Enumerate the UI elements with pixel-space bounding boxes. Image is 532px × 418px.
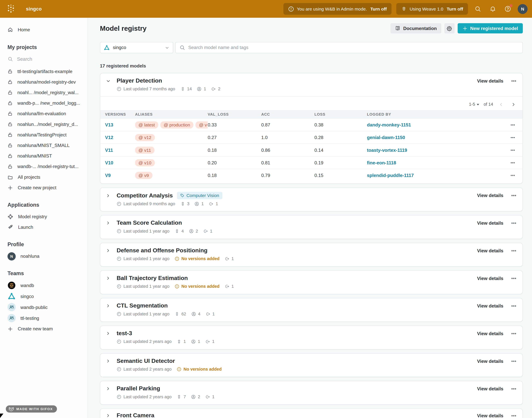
- sidebar-item-model-registry[interactable]: Model registry: [0, 211, 88, 222]
- logged-by-run-link[interactable]: toasty-vortex-1119: [367, 148, 407, 153]
- pagination-range-dropdown[interactable]: 1-5: [469, 102, 479, 107]
- overflow-menu-button[interactable]: [509, 220, 518, 226]
- version-link[interactable]: V9: [105, 173, 110, 178]
- sidebar-project-item[interactable]: wandb-p... /new_model_logg...: [0, 98, 88, 108]
- view-details-link[interactable]: View details: [477, 359, 503, 364]
- chevron-right-icon[interactable]: [106, 331, 113, 336]
- overflow-menu-button[interactable]: [509, 78, 518, 84]
- sidebar-item-all-projects[interactable]: All projects: [0, 172, 88, 182]
- admin-banner-text: You are using W&B in Admin mode.: [297, 6, 367, 12]
- logged-by-run-link[interactable]: dandy-monkey-1151: [367, 122, 411, 127]
- documentation-button[interactable]: Documentation: [390, 23, 441, 33]
- chevron-right-icon[interactable]: [106, 359, 113, 364]
- sidebar-project-item[interactable]: noahl... /model_registry_wal...: [0, 87, 88, 98]
- help-icon[interactable]: [503, 4, 513, 14]
- sidebar-project-item[interactable]: noahluna/TestingProject: [0, 129, 88, 140]
- applications-heading: Applications: [0, 202, 88, 208]
- team-selector-dropdown[interactable]: singco: [100, 42, 173, 53]
- sidebar-item-create-team[interactable]: Create new team: [0, 324, 88, 334]
- sidebar-team-item[interactable]: ttl-testing: [0, 313, 88, 324]
- model-name[interactable]: Semantic UI Detector: [117, 358, 175, 365]
- logged-by-run-link[interactable]: genial-dawn-1150: [367, 135, 405, 140]
- overflow-menu-button[interactable]: [509, 330, 518, 336]
- sidebar-team-item[interactable]: singco: [0, 291, 88, 302]
- version-link[interactable]: V10: [105, 160, 113, 165]
- sidebar-item-create-project[interactable]: Create new project: [0, 182, 88, 193]
- sidebar-project-item[interactable]: noahluna/MNIST: [0, 151, 88, 161]
- sidebar-project-item[interactable]: noahluna/MNIST_SMALL: [0, 140, 88, 151]
- overflow-menu-button[interactable]: [509, 248, 518, 254]
- admin-turn-off-link[interactable]: Turn off: [370, 6, 387, 12]
- chevron-right-icon[interactable]: [106, 303, 113, 308]
- view-details-link[interactable]: View details: [477, 413, 503, 418]
- sidebar-team-item[interactable]: wandb-public: [0, 302, 88, 313]
- view-details-link[interactable]: View details: [477, 78, 503, 83]
- all-projects-label: All projects: [18, 174, 40, 180]
- sidebar-item-home[interactable]: Home: [0, 24, 88, 35]
- column-aliases: ALIASES: [135, 112, 208, 116]
- current-team-name[interactable]: singco: [26, 6, 42, 12]
- notifications-bell-icon[interactable]: [488, 4, 498, 14]
- chevron-right-icon[interactable]: [106, 193, 113, 198]
- chevron-down-icon[interactable]: [106, 78, 113, 83]
- chevron-right-icon[interactable]: [106, 276, 113, 281]
- view-details-link[interactable]: View details: [477, 303, 503, 308]
- rocket-icon: [7, 224, 13, 230]
- overflow-menu-button[interactable]: [509, 413, 518, 418]
- sidebar-project-item[interactable]: noahluna/llm-evaluation: [0, 108, 88, 119]
- model-name[interactable]: Player Detection: [117, 77, 162, 84]
- pagination-next-button[interactable]: [509, 100, 518, 109]
- overflow-menu-button[interactable]: [509, 303, 518, 309]
- overflow-menu-button[interactable]: [509, 358, 518, 364]
- sidebar-team-item[interactable]: wandb: [0, 280, 88, 291]
- loss-value: 0.19: [314, 160, 367, 165]
- chevron-right-icon[interactable]: [106, 248, 113, 253]
- view-details-link[interactable]: View details: [477, 248, 503, 253]
- version-link[interactable]: V13: [105, 122, 113, 127]
- row-overflow-menu-button[interactable]: [508, 135, 518, 140]
- model-name[interactable]: Team Score Calculation: [117, 220, 182, 226]
- logged-by-run-link[interactable]: splendid-puddle-1117: [367, 173, 414, 178]
- model-search-input[interactable]: [188, 45, 519, 50]
- overflow-menu-button[interactable]: [509, 386, 518, 392]
- search-icon[interactable]: [473, 4, 483, 14]
- sidebar-search[interactable]: Search: [0, 54, 88, 64]
- model-name[interactable]: test-3: [117, 330, 132, 337]
- user-avatar[interactable]: N: [518, 4, 528, 14]
- model-name[interactable]: Defense and Offense Positioning: [117, 247, 208, 254]
- overflow-menu-button[interactable]: [509, 275, 518, 281]
- model-name[interactable]: CTL Segmentation: [117, 302, 168, 309]
- view-details-link[interactable]: View details: [477, 331, 503, 336]
- settings-gear-button[interactable]: [444, 23, 455, 33]
- wandb-logo-icon[interactable]: [5, 3, 17, 15]
- model-name[interactable]: Ball Trajectory Estimation: [117, 275, 188, 282]
- model-name[interactable]: Competitor Analysis: [117, 192, 173, 199]
- version-link[interactable]: V12: [105, 135, 113, 140]
- view-details-link[interactable]: View details: [477, 221, 503, 226]
- overflow-menu-button[interactable]: [509, 193, 518, 198]
- chevron-right-icon[interactable]: [106, 386, 113, 391]
- acc-value: 1.0: [261, 135, 314, 140]
- sidebar-item-launch[interactable]: Launch: [0, 222, 88, 232]
- version-link[interactable]: V11: [105, 148, 113, 153]
- view-details-link[interactable]: View details: [477, 386, 503, 391]
- weave-turn-off-link[interactable]: Turn off: [447, 6, 463, 12]
- logged-by-run-link[interactable]: fine-eon-1118: [367, 160, 396, 165]
- sidebar-project-item[interactable]: noahlun.../model_registry_d...: [0, 119, 88, 129]
- sidebar-item-profile[interactable]: N noahluna: [0, 251, 88, 262]
- row-overflow-menu-button[interactable]: [508, 173, 518, 178]
- sidebar-project-item[interactable]: ttl-testing/artifacts-example: [0, 66, 88, 77]
- row-overflow-menu-button[interactable]: [508, 122, 518, 127]
- model-name[interactable]: Front Camera: [117, 412, 154, 418]
- sidebar-project-item[interactable]: wandb-... /model-registry-tut...: [0, 161, 88, 172]
- chevron-right-icon[interactable]: [106, 221, 113, 225]
- view-details-link[interactable]: View details: [477, 276, 503, 281]
- new-registered-model-button[interactable]: New registered model: [458, 23, 523, 33]
- row-overflow-menu-button[interactable]: [508, 148, 518, 153]
- model-name[interactable]: Parallel Parking: [117, 385, 160, 392]
- chevron-right-icon[interactable]: [106, 413, 113, 418]
- sidebar-project-item[interactable]: noahluna/model-registry-dev: [0, 77, 88, 87]
- pagination-prev-button[interactable]: [497, 100, 506, 109]
- view-details-link[interactable]: View details: [477, 193, 503, 198]
- row-overflow-menu-button[interactable]: [508, 160, 518, 165]
